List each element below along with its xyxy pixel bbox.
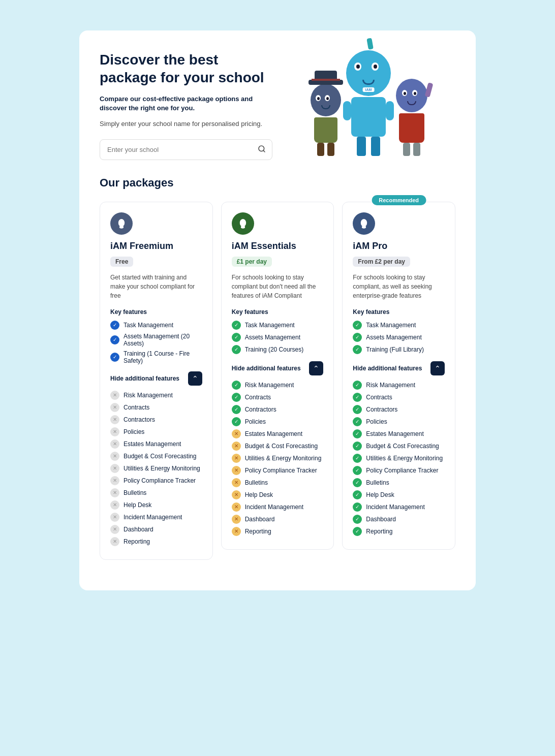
check-icon: ✓	[110, 321, 119, 330]
add-feat-e-7: ✕Utilities & Energy Monitoring	[232, 454, 324, 463]
hero-description: Simply enter your school name for person…	[100, 119, 272, 129]
add-feat-f-10: ✕Help Desk	[110, 500, 202, 510]
key-features-title-freemium: Key features	[110, 308, 202, 316]
feature-essentials-3: ✓ Training (20 Courses)	[232, 345, 324, 354]
package-pro: Recommended iAM Pro From £2 per day For …	[342, 202, 455, 550]
hero-section: Discover the best package for your schoo…	[100, 51, 455, 160]
search-input[interactable]	[100, 141, 252, 159]
add-feat-f-2: ✕Contracts	[110, 403, 202, 412]
additional-features-essentials: ✓Risk Management ✓Contracts ✓Contractors…	[232, 381, 324, 536]
add-feat-e-5: ✕Estates Management	[232, 429, 324, 438]
add-feat-f-9: ✕Bulletins	[110, 488, 202, 497]
toggle-features-btn-freemium[interactable]: ⌃	[188, 371, 202, 386]
hide-features-row-freemium: Hide additional features ⌃	[110, 371, 202, 386]
feature-label: Contractors	[245, 406, 276, 413]
search-wrapper	[100, 139, 272, 160]
add-feat-e-13: ✕Reporting	[232, 527, 324, 536]
feature-pro-1: ✓ Task Management	[353, 321, 445, 330]
feature-label: Dashboard	[124, 526, 153, 533]
cross-orange-icon: ✕	[232, 429, 241, 438]
check-green-icon: ✓	[353, 527, 362, 536]
hero-text: Discover the best package for your schoo…	[100, 51, 272, 160]
add-feat-p-4: ✓Policies	[353, 417, 445, 426]
feature-label: Utilities & Energy Monitoring	[124, 465, 200, 472]
price-badge-essentials: £1 per day	[232, 257, 272, 267]
feature-label: Utilities & Energy Monitoring	[245, 455, 322, 462]
feature-label: Policies	[366, 418, 387, 425]
hide-features-row-essentials: Hide additional features ⌃	[232, 361, 324, 375]
package-icon-pro	[353, 212, 375, 235]
feature-label: Contracts	[245, 394, 271, 401]
search-button[interactable]	[252, 140, 272, 160]
feature-label: Contracts	[366, 394, 392, 401]
check-green-icon: ✓	[353, 442, 362, 451]
check-green-icon: ✓	[353, 321, 362, 330]
character-mid: iAM	[346, 38, 391, 156]
feature-label: Assets Management	[245, 334, 300, 341]
hero-title: Discover the best package for your schoo…	[100, 51, 272, 86]
feature-label: Training (20 Courses)	[245, 346, 304, 353]
add-feat-p-9: ✓Bulletins	[353, 478, 445, 487]
feature-essentials-2: ✓ Assets Management	[232, 333, 324, 342]
feature-label: Utilities & Energy Monitoring	[366, 455, 443, 462]
feature-freemium-2: ✓ Assets Management (20 Assets)	[110, 333, 202, 347]
recommended-badge: Recommended	[372, 195, 426, 205]
cross-icon: ✕	[110, 427, 119, 436]
feature-label: Budget & Cost Forecasting	[245, 443, 318, 450]
cross-icon: ✕	[110, 525, 119, 534]
price-badge-freemium: Free	[110, 257, 133, 267]
price-badge-pro: From £2 per day	[353, 257, 410, 267]
add-feat-f-6: ✕Budget & Cost Forecasting	[110, 452, 202, 461]
add-feat-p-10: ✓Help Desk	[353, 490, 445, 499]
add-feat-p-7: ✓Utilities & Energy Monitoring	[353, 454, 445, 463]
toggle-features-btn-essentials[interactable]: ⌃	[309, 361, 323, 375]
package-name-freemium: iAM Freemium	[110, 241, 202, 251]
check-green-icon: ✓	[353, 454, 362, 463]
add-feat-f-4: ✕Policies	[110, 427, 202, 436]
add-feat-p-2: ✓Contracts	[353, 393, 445, 402]
check-green-icon: ✓	[232, 405, 241, 414]
check-green-icon: ✓	[353, 405, 362, 414]
feature-freemium-3: ✓ Training (1 Course - Fire Safety)	[110, 350, 202, 364]
check-green-icon: ✓	[232, 417, 241, 426]
check-green-icon: ✓	[353, 345, 362, 354]
feature-label: Policy Compliance Tracker	[124, 477, 196, 484]
feature-label: Risk Management	[366, 382, 415, 389]
hide-features-label: Hide additional features	[110, 375, 179, 382]
feature-label: Incident Management	[245, 503, 303, 511]
feature-label: Budget & Cost Forecasting	[124, 453, 196, 460]
feature-label: Task Management	[366, 322, 416, 329]
feature-label: Reporting	[124, 538, 150, 545]
add-feat-e-1: ✓Risk Management	[232, 381, 324, 390]
add-feat-p-5: ✓Estates Management	[353, 429, 445, 438]
feature-label: Task Management	[124, 322, 173, 329]
cross-icon: ✕	[110, 391, 119, 400]
add-feat-f-12: ✕Dashboard	[110, 525, 202, 534]
feature-label: Help Desk	[366, 491, 394, 498]
svg-point-6	[361, 219, 367, 227]
svg-point-5	[241, 226, 245, 229]
add-feat-f-5: ✕Estates Management	[110, 439, 202, 449]
feature-label: Incident Management	[366, 503, 424, 511]
package-name-essentials: iAM Essentials	[232, 241, 324, 251]
add-feat-e-2: ✓Contracts	[232, 393, 324, 402]
check-icon: ✓	[110, 353, 119, 362]
cross-icon: ✕	[110, 488, 119, 497]
package-desc-pro: For schools looking to stay compliant, a…	[353, 273, 445, 300]
feature-label: Training (1 Course - Fire Safety)	[124, 350, 202, 364]
cross-icon: ✕	[110, 439, 119, 449]
feature-label: Policies	[124, 428, 144, 435]
add-feat-e-6: ✕Budget & Cost Forecasting	[232, 442, 324, 451]
add-feat-e-8: ✕Policy Compliance Tracker	[232, 466, 324, 475]
check-icon: ✓	[110, 335, 119, 344]
feature-label: Training (Full Library)	[366, 346, 424, 353]
svg-line-1	[263, 150, 265, 152]
hide-features-label: Hide additional features	[353, 365, 422, 372]
cross-orange-icon: ✕	[232, 478, 241, 487]
toggle-features-btn-pro[interactable]: ⌃	[430, 361, 445, 375]
svg-point-4	[239, 219, 245, 227]
feature-label: Estates Management	[124, 440, 181, 448]
feature-label: Budget & Cost Forecasting	[366, 443, 439, 450]
add-feat-e-9: ✕Bulletins	[232, 478, 324, 487]
add-feat-e-3: ✓Contractors	[232, 405, 324, 414]
